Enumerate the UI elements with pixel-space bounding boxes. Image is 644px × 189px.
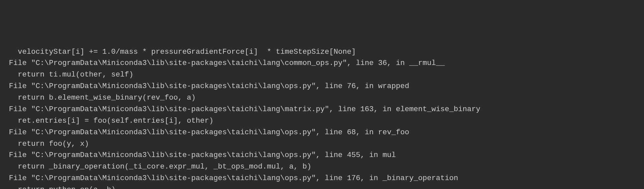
file-line: File "C:\ProgramData\Miniconda3\lib\site… — [0, 82, 409, 90]
file-line: File "C:\ProgramData\Miniconda3\lib\site… — [0, 151, 396, 159]
code-line: return _binary_operation(_ti_core.expr_m… — [0, 162, 311, 171]
code-line: return foo(y, x) — [0, 140, 89, 148]
code-line: ret.entries[i] = foo(self.entries[i], ot… — [0, 116, 213, 125]
code-line: return ti.mul(other, self) — [0, 70, 133, 79]
code-line: return b.element_wise_binary(rev_foo, a) — [0, 93, 196, 102]
file-line: File "C:\ProgramData\Miniconda3\lib\site… — [0, 174, 458, 182]
terminal-output[interactable]: velocityStar[i] += 1.0/mass * pressureGr… — [0, 46, 644, 189]
code-line: return python_op(a, b) — [0, 185, 116, 189]
file-line: File "C:\ProgramData\Miniconda3\lib\site… — [0, 105, 480, 113]
file-line: File "C:\ProgramData\Miniconda3\lib\site… — [0, 128, 409, 137]
code-line: velocityStar[i] += 1.0/mass * pressureGr… — [0, 47, 356, 56]
file-line: File "C:\ProgramData\Miniconda3\lib\site… — [0, 59, 445, 67]
